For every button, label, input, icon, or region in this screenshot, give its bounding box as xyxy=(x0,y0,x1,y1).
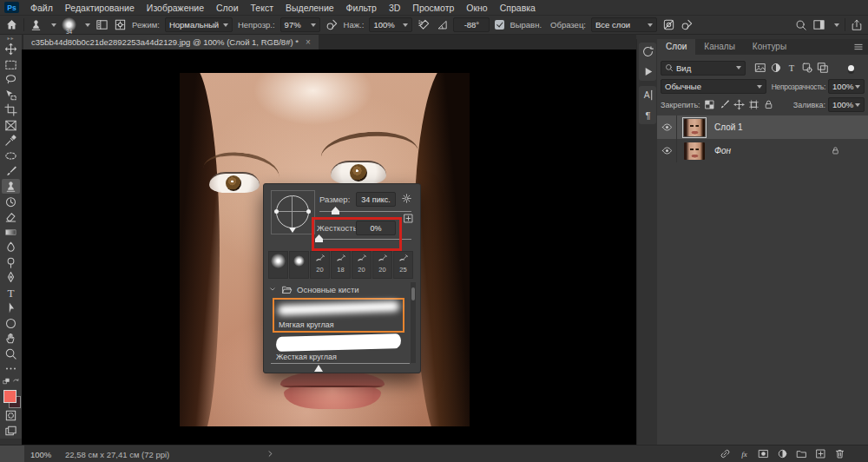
ignore-adjustment-layers-icon[interactable] xyxy=(662,18,675,31)
crop-tool[interactable] xyxy=(2,102,20,118)
sample-select[interactable]: Все слои xyxy=(591,17,657,32)
lock-transparency-icon[interactable] xyxy=(704,99,715,110)
menu-item-7[interactable]: 3D xyxy=(383,1,406,15)
lock-position-icon[interactable] xyxy=(733,99,745,110)
quick-mask-button[interactable] xyxy=(2,408,20,424)
screen-mode-button[interactable] xyxy=(2,424,20,439)
gradient-tool[interactable] xyxy=(2,224,20,240)
workspace-switcher-icon[interactable] xyxy=(812,18,825,31)
actions-panel-icon[interactable] xyxy=(641,65,654,78)
type-tool[interactable]: T xyxy=(2,286,20,301)
gear-icon[interactable] xyxy=(401,193,412,204)
filter-pixel-layers-icon[interactable] xyxy=(754,62,766,74)
chevron-down-icon[interactable] xyxy=(51,23,56,27)
pathsel-tool[interactable] xyxy=(2,300,20,316)
clone-source-panel-icon[interactable] xyxy=(114,18,127,31)
airbrush-icon[interactable] xyxy=(418,18,431,31)
pressure-size-icon[interactable] xyxy=(681,18,694,31)
chevron-down-icon[interactable] xyxy=(834,23,839,27)
tab-paths[interactable]: Контуры xyxy=(744,39,795,55)
new-adjustment-layer-icon[interactable] xyxy=(777,448,788,459)
filter-adjustment-layers-icon[interactable] xyxy=(770,62,782,74)
objsel-tool[interactable] xyxy=(2,88,20,103)
preset-brush-2[interactable]: 20 xyxy=(352,251,372,279)
clone-stamp-preset-icon[interactable] xyxy=(30,18,43,31)
pressure-opacity-icon[interactable] xyxy=(326,18,339,31)
foreground-color-swatch[interactable] xyxy=(3,390,16,403)
brush-name[interactable]: Жесткая круглая xyxy=(276,353,337,361)
filter-shape-layers-icon[interactable] xyxy=(801,62,813,74)
tab-channels[interactable]: Каналы xyxy=(695,39,744,55)
share-icon[interactable] xyxy=(851,19,863,31)
scrollbar[interactable] xyxy=(411,282,416,363)
lasso-tool[interactable] xyxy=(2,72,20,88)
blend-mode-select[interactable]: Нормальный xyxy=(165,17,233,32)
brush-settings-panel-icon[interactable] xyxy=(95,18,108,31)
layer-row-1[interactable]: Слой 1 xyxy=(657,116,868,139)
filter-type-layers-icon[interactable]: T xyxy=(786,62,798,74)
home-icon[interactable] xyxy=(5,18,18,31)
add-layer-mask-icon[interactable] xyxy=(758,448,769,459)
swap-colors-icon[interactable] xyxy=(12,378,20,386)
layer-name[interactable]: Фон xyxy=(714,146,731,155)
default-colors-icon[interactable] xyxy=(3,378,10,386)
shape-tool[interactable] xyxy=(2,316,20,332)
lock-all-icon[interactable] xyxy=(763,99,774,110)
new-group-icon[interactable] xyxy=(796,448,807,459)
lock-artboard-icon[interactable] xyxy=(748,99,760,110)
layer-filter-select[interactable]: Вид xyxy=(661,61,746,76)
visibility-toggle[interactable] xyxy=(657,139,677,162)
lock-pixels-icon[interactable] xyxy=(719,99,730,110)
brush-angle-control[interactable] xyxy=(271,190,315,234)
history-panel-icon[interactable] xyxy=(641,45,654,58)
blur-tool[interactable] xyxy=(2,240,20,255)
brush-preview[interactable]: 34 xyxy=(62,17,76,32)
layer-effects-icon[interactable]: fx xyxy=(739,448,750,459)
hand-tool[interactable] xyxy=(2,331,20,346)
popup-resize-handle[interactable] xyxy=(314,365,323,372)
status-chevron-icon[interactable] xyxy=(266,449,275,459)
filter-smart-objects-icon[interactable] xyxy=(817,62,829,74)
blend-mode-select[interactable]: Обычные xyxy=(661,79,766,94)
menu-item-6[interactable]: Фильтр xyxy=(340,1,383,15)
preset-brush-1[interactable]: 18 xyxy=(331,251,351,279)
tab-layers[interactable]: Слои xyxy=(657,39,695,55)
zoom-level[interactable]: 100% xyxy=(30,450,51,459)
preset-brush-0[interactable]: 20 xyxy=(310,251,330,279)
stamp-tool[interactable] xyxy=(2,179,20,195)
color-swatches[interactable] xyxy=(2,386,21,408)
delete-layer-icon[interactable] xyxy=(834,448,845,459)
menu-item-1[interactable]: Редактирование xyxy=(59,1,141,15)
paragraph-panel-icon[interactable]: ¶ xyxy=(641,109,654,122)
filter-toggle[interactable] xyxy=(848,65,854,71)
brush-group-header[interactable]: Основные кисти xyxy=(268,282,410,296)
preset-soft-round-large[interactable] xyxy=(268,251,288,279)
size-slider-thumb[interactable] xyxy=(332,207,339,214)
menu-item-8[interactable]: Просмотр xyxy=(406,1,460,15)
brush-tool[interactable] xyxy=(2,163,20,179)
zoomt-tool[interactable] xyxy=(2,346,20,362)
new-layer-icon[interactable] xyxy=(815,448,826,459)
menu-item-10[interactable]: Справка xyxy=(494,1,542,15)
search-icon[interactable] xyxy=(795,19,807,31)
size-field[interactable]: 34 пикс. xyxy=(356,192,396,207)
layer-opacity-field[interactable]: 100% xyxy=(828,79,865,94)
pen-tool[interactable] xyxy=(2,270,20,286)
layer-thumbnail[interactable] xyxy=(682,141,707,162)
menu-item-3[interactable]: Слои xyxy=(210,1,245,15)
layer-thumbnail[interactable] xyxy=(682,117,707,138)
close-icon[interactable]: × xyxy=(306,37,311,47)
eyedropper-tool[interactable] xyxy=(2,133,20,148)
collapse-toolbar-icon[interactable]: ▸▸ xyxy=(7,35,14,42)
menu-item-5[interactable]: Выделение xyxy=(279,1,340,15)
menu-item-4[interactable]: Текст xyxy=(245,1,279,15)
preset-soft-round-small[interactable] xyxy=(289,251,309,279)
visibility-toggle[interactable] xyxy=(657,116,677,139)
frame-tool[interactable] xyxy=(2,118,20,134)
flow-field[interactable]: 100% xyxy=(369,17,412,32)
opacity-field[interactable]: 97% xyxy=(280,17,320,32)
move-tool[interactable] xyxy=(2,42,20,57)
historybrush-tool[interactable] xyxy=(2,194,20,209)
layer-row-background[interactable]: Фон xyxy=(657,139,868,162)
dodge-tool[interactable] xyxy=(2,254,20,270)
